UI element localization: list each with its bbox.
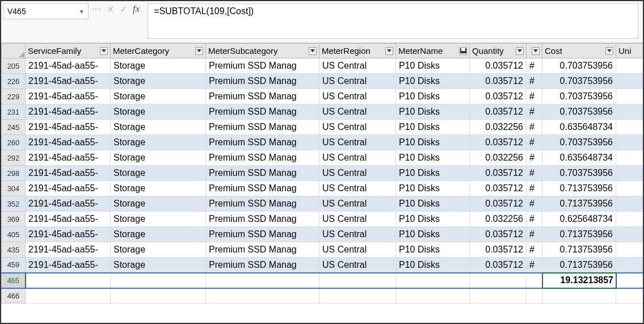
row-header[interactable]: 231 [2, 104, 26, 120]
cell-metercategory[interactable]: Storage [111, 89, 206, 104]
cell-cost[interactable]: 0.713753956 [542, 181, 616, 196]
cell-metersubcategory[interactable]: Premium SSD Manag [206, 89, 319, 104]
cell-uni[interactable] [616, 166, 645, 181]
filter-icon[interactable] [605, 47, 613, 55]
row-header[interactable]: 245 [2, 120, 26, 135]
row-header[interactable]: 298 [2, 166, 26, 181]
cell-servicefamily[interactable]: 2191-45ad-aa55- [26, 258, 111, 273]
spreadsheet-grid[interactable]: ServiceFamily MeterCategory MeterSubcate… [1, 43, 643, 304]
filter-icon[interactable] [532, 47, 540, 55]
cell-hash[interactable]: # [527, 74, 542, 89]
cell-quantity[interactable]: 0.035712 [470, 104, 527, 120]
cell-uni[interactable] [616, 135, 645, 150]
cell-metersubcategory[interactable]: Premium SSD Manag [206, 104, 319, 120]
cell-metername[interactable]: P10 Disks [396, 242, 470, 258]
cell-servicefamily[interactable]: 2191-45ad-aa55- [26, 166, 111, 181]
cell-meterregion[interactable]: US Central [319, 104, 396, 120]
cell-metername[interactable]: P10 Disks [396, 104, 470, 120]
cell-hash[interactable]: # [527, 181, 542, 196]
cell-metername[interactable]: P10 Disks [396, 89, 470, 104]
cell-cost[interactable]: 0.703753956 [542, 104, 616, 120]
filter-icon[interactable] [195, 47, 203, 55]
cell-metersubcategory[interactable]: Premium SSD Manag [206, 74, 319, 89]
cell-meterregion[interactable]: US Central [319, 212, 396, 227]
cell-hash[interactable]: # [527, 227, 542, 242]
row-header[interactable]: 352 [2, 196, 26, 212]
cell-hash[interactable]: # [527, 58, 542, 74]
cell-hash[interactable]: # [527, 212, 542, 227]
cell-cost[interactable]: 0.703753956 [542, 89, 616, 104]
row-header[interactable]: 435 [2, 242, 26, 258]
cell-metercategory[interactable]: Storage [111, 196, 206, 212]
cell-quantity[interactable]: 0.035712 [470, 135, 527, 150]
cell-metercategory[interactable]: Storage [111, 74, 206, 89]
cell-meterregion[interactable]: US Central [319, 120, 396, 135]
cell-uni[interactable] [616, 150, 645, 166]
cell-quantity[interactable]: 0.032256 [470, 120, 527, 135]
row-header[interactable]: 304 [2, 181, 26, 196]
cell-quantity[interactable]: 0.035712 [470, 181, 527, 196]
cell-quantity[interactable]: 0.035712 [470, 258, 527, 273]
col-servicefamily[interactable]: ServiceFamily [26, 44, 111, 58]
cell-servicefamily[interactable]: 2191-45ad-aa55- [26, 212, 111, 227]
cell-metersubcategory[interactable]: Premium SSD Manag [206, 242, 319, 258]
cell-meterregion[interactable]: US Central [319, 242, 396, 258]
col-hash[interactable] [527, 44, 542, 58]
cell-metersubcategory[interactable]: Premium SSD Manag [206, 227, 319, 242]
cell-servicefamily[interactable]: 2191-45ad-aa55- [26, 58, 111, 74]
col-metername[interactable]: MeterName [396, 44, 470, 58]
totals-cost-cell[interactable]: 19.13213857 [542, 273, 616, 288]
cell-metercategory[interactable]: Storage [111, 150, 206, 166]
row-header[interactable]: 459 [2, 258, 26, 273]
cell-quantity[interactable]: 0.032256 [470, 150, 527, 166]
filter-applied-icon[interactable] [459, 47, 467, 55]
filter-icon[interactable] [309, 47, 317, 55]
cell-metersubcategory[interactable]: Premium SSD Manag [206, 196, 319, 212]
cell-hash[interactable]: # [527, 258, 542, 273]
cell-metercategory[interactable]: Storage [111, 212, 206, 227]
cell-hash[interactable]: # [527, 135, 542, 150]
cell-metercategory[interactable]: Storage [111, 120, 206, 135]
cell-servicefamily[interactable]: 2191-45ad-aa55- [26, 74, 111, 89]
cell-metername[interactable]: P10 Disks [396, 212, 470, 227]
cell-metername[interactable]: P10 Disks [396, 166, 470, 181]
cell-quantity[interactable]: 0.035712 [470, 89, 527, 104]
cell-metersubcategory[interactable]: Premium SSD Manag [206, 58, 319, 74]
cell-metername[interactable]: P10 Disks [396, 120, 470, 135]
cell-cost[interactable]: 0.713753956 [542, 196, 616, 212]
cell-metername[interactable]: P10 Disks [396, 150, 470, 166]
formula-input[interactable]: =SUBTOTAL(109,[Cost]) [148, 3, 638, 39]
row-header[interactable]: 292 [2, 150, 26, 166]
cell-meterregion[interactable]: US Central [319, 58, 396, 74]
cell-uni[interactable] [616, 120, 645, 135]
cell-meterregion[interactable]: US Central [319, 227, 396, 242]
col-metercategory[interactable]: MeterCategory [111, 44, 206, 58]
cell-servicefamily[interactable]: 2191-45ad-aa55- [26, 181, 111, 196]
cell-meterregion[interactable]: US Central [319, 181, 396, 196]
enter-icon[interactable]: ✓ [120, 4, 127, 15]
cell-metername[interactable]: P10 Disks [396, 58, 470, 74]
cell-hash[interactable]: # [527, 242, 542, 258]
cell-hash[interactable]: # [527, 120, 542, 135]
cell-cost[interactable]: 0.703753956 [542, 135, 616, 150]
col-cost[interactable]: Cost [542, 44, 616, 58]
cell-quantity[interactable]: 0.035712 [470, 227, 527, 242]
cell-servicefamily[interactable]: 2191-45ad-aa55- [26, 89, 111, 104]
col-quantity[interactable]: Quantity [470, 44, 527, 58]
cell-meterregion[interactable]: US Central [319, 74, 396, 89]
cell-hash[interactable]: # [527, 166, 542, 181]
cell-meterregion[interactable]: US Central [319, 196, 396, 212]
cell-metercategory[interactable]: Storage [111, 104, 206, 120]
cell-hash[interactable]: # [527, 150, 542, 166]
cell-servicefamily[interactable]: 2191-45ad-aa55- [26, 135, 111, 150]
cell-quantity[interactable]: 0.035712 [470, 74, 527, 89]
col-metersubcategory[interactable]: MeterSubcategory [206, 44, 319, 58]
cell-metername[interactable]: P10 Disks [396, 135, 470, 150]
cell-hash[interactable]: # [527, 104, 542, 120]
cancel-icon[interactable]: ✕ [107, 4, 114, 15]
cell-quantity[interactable]: 0.035712 [470, 196, 527, 212]
cell-uni[interactable] [616, 242, 645, 258]
cell-metercategory[interactable]: Storage [111, 181, 206, 196]
filter-icon[interactable] [385, 47, 393, 55]
cell-cost[interactable]: 0.703753956 [542, 58, 616, 74]
